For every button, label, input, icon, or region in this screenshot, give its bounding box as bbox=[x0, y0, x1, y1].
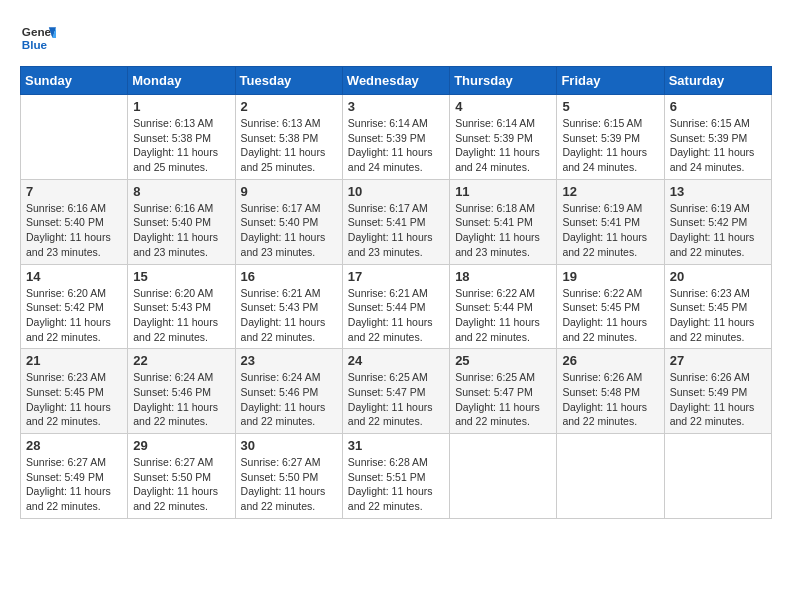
calendar-cell: 25Sunrise: 6:25 AMSunset: 5:47 PMDayligh… bbox=[450, 349, 557, 434]
cell-info: Sunrise: 6:26 AMSunset: 5:48 PMDaylight:… bbox=[562, 370, 658, 429]
week-row-1: 1Sunrise: 6:13 AMSunset: 5:38 PMDaylight… bbox=[21, 95, 772, 180]
day-number: 13 bbox=[670, 184, 766, 199]
calendar-cell: 6Sunrise: 6:15 AMSunset: 5:39 PMDaylight… bbox=[664, 95, 771, 180]
day-number: 28 bbox=[26, 438, 122, 453]
day-number: 30 bbox=[241, 438, 337, 453]
day-number: 27 bbox=[670, 353, 766, 368]
logo-icon: General Blue bbox=[20, 20, 56, 56]
calendar-cell: 21Sunrise: 6:23 AMSunset: 5:45 PMDayligh… bbox=[21, 349, 128, 434]
calendar-cell: 30Sunrise: 6:27 AMSunset: 5:50 PMDayligh… bbox=[235, 434, 342, 519]
logo: General Blue bbox=[20, 20, 56, 56]
cell-info: Sunrise: 6:20 AMSunset: 5:42 PMDaylight:… bbox=[26, 286, 122, 345]
calendar-cell: 16Sunrise: 6:21 AMSunset: 5:43 PMDayligh… bbox=[235, 264, 342, 349]
col-header-sunday: Sunday bbox=[21, 67, 128, 95]
week-row-2: 7Sunrise: 6:16 AMSunset: 5:40 PMDaylight… bbox=[21, 179, 772, 264]
calendar-cell bbox=[557, 434, 664, 519]
cell-info: Sunrise: 6:19 AMSunset: 5:42 PMDaylight:… bbox=[670, 201, 766, 260]
calendar-cell: 11Sunrise: 6:18 AMSunset: 5:41 PMDayligh… bbox=[450, 179, 557, 264]
day-number: 26 bbox=[562, 353, 658, 368]
week-row-5: 28Sunrise: 6:27 AMSunset: 5:49 PMDayligh… bbox=[21, 434, 772, 519]
day-number: 14 bbox=[26, 269, 122, 284]
col-header-tuesday: Tuesday bbox=[235, 67, 342, 95]
day-number: 16 bbox=[241, 269, 337, 284]
calendar-cell: 4Sunrise: 6:14 AMSunset: 5:39 PMDaylight… bbox=[450, 95, 557, 180]
calendar-cell: 23Sunrise: 6:24 AMSunset: 5:46 PMDayligh… bbox=[235, 349, 342, 434]
calendar-cell bbox=[21, 95, 128, 180]
cell-info: Sunrise: 6:13 AMSunset: 5:38 PMDaylight:… bbox=[133, 116, 229, 175]
col-header-thursday: Thursday bbox=[450, 67, 557, 95]
calendar-cell: 15Sunrise: 6:20 AMSunset: 5:43 PMDayligh… bbox=[128, 264, 235, 349]
calendar-cell: 7Sunrise: 6:16 AMSunset: 5:40 PMDaylight… bbox=[21, 179, 128, 264]
cell-info: Sunrise: 6:23 AMSunset: 5:45 PMDaylight:… bbox=[670, 286, 766, 345]
cell-info: Sunrise: 6:23 AMSunset: 5:45 PMDaylight:… bbox=[26, 370, 122, 429]
cell-info: Sunrise: 6:22 AMSunset: 5:45 PMDaylight:… bbox=[562, 286, 658, 345]
calendar-cell: 18Sunrise: 6:22 AMSunset: 5:44 PMDayligh… bbox=[450, 264, 557, 349]
calendar-cell: 5Sunrise: 6:15 AMSunset: 5:39 PMDaylight… bbox=[557, 95, 664, 180]
cell-info: Sunrise: 6:17 AMSunset: 5:41 PMDaylight:… bbox=[348, 201, 444, 260]
calendar-header-row: SundayMondayTuesdayWednesdayThursdayFrid… bbox=[21, 67, 772, 95]
col-header-monday: Monday bbox=[128, 67, 235, 95]
day-number: 24 bbox=[348, 353, 444, 368]
calendar-cell: 24Sunrise: 6:25 AMSunset: 5:47 PMDayligh… bbox=[342, 349, 449, 434]
day-number: 12 bbox=[562, 184, 658, 199]
calendar-cell: 10Sunrise: 6:17 AMSunset: 5:41 PMDayligh… bbox=[342, 179, 449, 264]
day-number: 3 bbox=[348, 99, 444, 114]
day-number: 20 bbox=[670, 269, 766, 284]
cell-info: Sunrise: 6:15 AMSunset: 5:39 PMDaylight:… bbox=[670, 116, 766, 175]
calendar-cell: 9Sunrise: 6:17 AMSunset: 5:40 PMDaylight… bbox=[235, 179, 342, 264]
calendar-cell: 26Sunrise: 6:26 AMSunset: 5:48 PMDayligh… bbox=[557, 349, 664, 434]
calendar-cell: 31Sunrise: 6:28 AMSunset: 5:51 PMDayligh… bbox=[342, 434, 449, 519]
cell-info: Sunrise: 6:18 AMSunset: 5:41 PMDaylight:… bbox=[455, 201, 551, 260]
day-number: 21 bbox=[26, 353, 122, 368]
cell-info: Sunrise: 6:14 AMSunset: 5:39 PMDaylight:… bbox=[455, 116, 551, 175]
calendar-table: SundayMondayTuesdayWednesdayThursdayFrid… bbox=[20, 66, 772, 519]
calendar-cell: 13Sunrise: 6:19 AMSunset: 5:42 PMDayligh… bbox=[664, 179, 771, 264]
cell-info: Sunrise: 6:26 AMSunset: 5:49 PMDaylight:… bbox=[670, 370, 766, 429]
calendar-cell: 14Sunrise: 6:20 AMSunset: 5:42 PMDayligh… bbox=[21, 264, 128, 349]
day-number: 25 bbox=[455, 353, 551, 368]
day-number: 11 bbox=[455, 184, 551, 199]
day-number: 2 bbox=[241, 99, 337, 114]
calendar-cell bbox=[664, 434, 771, 519]
day-number: 4 bbox=[455, 99, 551, 114]
calendar-cell: 2Sunrise: 6:13 AMSunset: 5:38 PMDaylight… bbox=[235, 95, 342, 180]
col-header-wednesday: Wednesday bbox=[342, 67, 449, 95]
cell-info: Sunrise: 6:27 AMSunset: 5:49 PMDaylight:… bbox=[26, 455, 122, 514]
calendar-cell: 29Sunrise: 6:27 AMSunset: 5:50 PMDayligh… bbox=[128, 434, 235, 519]
cell-info: Sunrise: 6:14 AMSunset: 5:39 PMDaylight:… bbox=[348, 116, 444, 175]
week-row-4: 21Sunrise: 6:23 AMSunset: 5:45 PMDayligh… bbox=[21, 349, 772, 434]
day-number: 9 bbox=[241, 184, 337, 199]
calendar-cell: 8Sunrise: 6:16 AMSunset: 5:40 PMDaylight… bbox=[128, 179, 235, 264]
day-number: 19 bbox=[562, 269, 658, 284]
cell-info: Sunrise: 6:17 AMSunset: 5:40 PMDaylight:… bbox=[241, 201, 337, 260]
page-header: General Blue bbox=[20, 20, 772, 56]
week-row-3: 14Sunrise: 6:20 AMSunset: 5:42 PMDayligh… bbox=[21, 264, 772, 349]
calendar-cell: 3Sunrise: 6:14 AMSunset: 5:39 PMDaylight… bbox=[342, 95, 449, 180]
calendar-cell: 12Sunrise: 6:19 AMSunset: 5:41 PMDayligh… bbox=[557, 179, 664, 264]
cell-info: Sunrise: 6:25 AMSunset: 5:47 PMDaylight:… bbox=[348, 370, 444, 429]
day-number: 22 bbox=[133, 353, 229, 368]
calendar-cell: 28Sunrise: 6:27 AMSunset: 5:49 PMDayligh… bbox=[21, 434, 128, 519]
day-number: 31 bbox=[348, 438, 444, 453]
day-number: 8 bbox=[133, 184, 229, 199]
cell-info: Sunrise: 6:24 AMSunset: 5:46 PMDaylight:… bbox=[133, 370, 229, 429]
svg-text:Blue: Blue bbox=[22, 38, 48, 51]
cell-info: Sunrise: 6:24 AMSunset: 5:46 PMDaylight:… bbox=[241, 370, 337, 429]
day-number: 10 bbox=[348, 184, 444, 199]
day-number: 1 bbox=[133, 99, 229, 114]
calendar-cell: 22Sunrise: 6:24 AMSunset: 5:46 PMDayligh… bbox=[128, 349, 235, 434]
cell-info: Sunrise: 6:19 AMSunset: 5:41 PMDaylight:… bbox=[562, 201, 658, 260]
day-number: 5 bbox=[562, 99, 658, 114]
cell-info: Sunrise: 6:22 AMSunset: 5:44 PMDaylight:… bbox=[455, 286, 551, 345]
day-number: 15 bbox=[133, 269, 229, 284]
cell-info: Sunrise: 6:13 AMSunset: 5:38 PMDaylight:… bbox=[241, 116, 337, 175]
cell-info: Sunrise: 6:21 AMSunset: 5:44 PMDaylight:… bbox=[348, 286, 444, 345]
cell-info: Sunrise: 6:20 AMSunset: 5:43 PMDaylight:… bbox=[133, 286, 229, 345]
cell-info: Sunrise: 6:16 AMSunset: 5:40 PMDaylight:… bbox=[133, 201, 229, 260]
day-number: 23 bbox=[241, 353, 337, 368]
calendar-cell: 1Sunrise: 6:13 AMSunset: 5:38 PMDaylight… bbox=[128, 95, 235, 180]
calendar-cell bbox=[450, 434, 557, 519]
col-header-saturday: Saturday bbox=[664, 67, 771, 95]
cell-info: Sunrise: 6:27 AMSunset: 5:50 PMDaylight:… bbox=[241, 455, 337, 514]
day-number: 7 bbox=[26, 184, 122, 199]
